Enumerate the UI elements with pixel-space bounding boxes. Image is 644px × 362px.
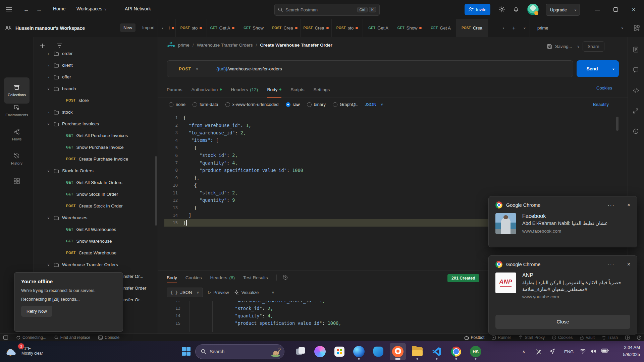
chevron-icon[interactable]: ›	[46, 110, 51, 114]
chevron-icon[interactable]: ∨	[46, 216, 51, 220]
chevron-icon[interactable]: ∨	[46, 262, 51, 267]
body-language-select[interactable]: JSON∨	[365, 102, 383, 107]
breadcrumb-collection[interactable]: prime	[178, 43, 190, 48]
tree-item[interactable]: GET Show Stock In Order	[34, 188, 158, 200]
chevron-icon[interactable]: ∨	[46, 122, 51, 126]
tree-item[interactable]: POST Create Purchase Invoice	[34, 153, 158, 165]
body-mode-radio[interactable]: none	[169, 102, 185, 107]
response-history-icon[interactable]	[283, 275, 288, 280]
postman-app-icon[interactable]	[390, 343, 406, 360]
chrome-notification-facebook[interactable]: Google Chrome ··· × Facebook Abd El-Rahm…	[488, 196, 637, 247]
chevron-down-icon[interactable]: ∨	[577, 45, 580, 48]
body-mode-radio[interactable]: GraphQL	[333, 102, 358, 107]
nav-home[interactable]: Home	[53, 6, 65, 11]
notification-close-icon[interactable]: ×	[627, 261, 630, 267]
invite-button[interactable]: Invite	[465, 4, 490, 15]
tree-item[interactable]: GET Show Warehouse	[34, 235, 158, 247]
chrome-app-icon[interactable]	[448, 343, 464, 360]
request-tab[interactable]: POST sto	[176, 19, 207, 37]
editor-scrollbar[interactable]	[616, 117, 619, 131]
code-snippet-icon[interactable]	[633, 88, 639, 93]
nav-api-network[interactable]: API Network	[125, 6, 151, 11]
vault-button[interactable]: Vault	[580, 335, 594, 340]
tree-item[interactable]: ∨ Purchase Invoices	[34, 118, 158, 130]
preview-button[interactable]: ▷Preview	[208, 290, 229, 295]
new-tab-button[interactable]: +	[508, 19, 520, 37]
tabs-scroll-left-icon[interactable]: ‹	[158, 19, 167, 37]
response-tab[interactable]: Test Results	[243, 275, 268, 280]
request-section-tab[interactable]: Authorization	[192, 84, 222, 95]
sidebar-item-history[interactable]: History	[0, 153, 34, 165]
method-select[interactable]: POST∨	[167, 61, 210, 77]
share-button[interactable]: Share	[583, 41, 604, 52]
tray-pen-icon[interactable]	[536, 349, 542, 355]
task-view-button[interactable]	[292, 343, 309, 360]
tree-item[interactable]: GET Get All Stock In Orders	[34, 177, 158, 188]
copilot-app-icon[interactable]	[312, 343, 328, 360]
sidebar-scrollbar[interactable]	[155, 156, 157, 226]
tray-volume-icon[interactable]	[590, 349, 596, 354]
chevron-down-icon[interactable]: ∨	[571, 8, 580, 12]
send-options-chevron-icon[interactable]: ∨	[608, 67, 619, 71]
body-mode-radio[interactable]: form-data	[193, 102, 218, 107]
tree-item[interactable]: GET Get All Warehouses	[34, 224, 158, 235]
tab-options-chevron-icon[interactable]: ∨	[520, 19, 530, 37]
window-minimize-button[interactable]: —	[590, 0, 605, 19]
chevron-icon[interactable]: ∨	[46, 86, 51, 91]
tree-item[interactable]: POST Create Stock In Order	[34, 200, 158, 212]
notification-more-icon[interactable]: ···	[608, 261, 615, 267]
chevron-icon[interactable]: ›	[46, 63, 51, 67]
help-icon[interactable]	[637, 336, 641, 340]
tree-item[interactable]: GET Get All Purchase Invoices	[34, 130, 158, 141]
request-tab[interactable]: GET Show	[394, 19, 425, 37]
nav-workspaces[interactable]: Workspaces∨	[76, 6, 107, 11]
filter-icon[interactable]	[56, 43, 62, 48]
body-mode-radio[interactable]: x-www-form-urlencoded	[225, 102, 279, 107]
new-button[interactable]: New	[120, 23, 136, 32]
taskbar-clock[interactable]: 2:04 AM 5/8/2025	[611, 344, 640, 358]
request-tab[interactable]: POST Crea	[301, 19, 332, 37]
console-button[interactable]: Console	[98, 335, 119, 340]
response-format-select[interactable]: { }JSON∨	[167, 288, 203, 297]
request-section-tab[interactable]: Params	[167, 84, 182, 95]
request-tab[interactable]: GET Get A	[207, 19, 238, 37]
sidebar-item-collections[interactable]: Collections	[4, 77, 30, 104]
breadcrumb-folder[interactable]: Warehouse Transfer Orders	[197, 43, 253, 48]
menu-icon[interactable]	[6, 7, 12, 12]
response-tab[interactable]: Cookies	[185, 275, 202, 280]
body-mode-radio[interactable]: binary	[307, 102, 326, 107]
capture-requests-icon[interactable]	[633, 108, 638, 114]
hs-app-icon[interactable]: HS	[468, 343, 484, 360]
chevron-down-icon[interactable]: ∨	[272, 291, 274, 294]
workspace-title[interactable]: Hussein mansour's Workspace	[15, 25, 85, 31]
cookies-link[interactable]: Cookies	[596, 85, 612, 90]
request-tab[interactable]: POST Crea	[269, 19, 301, 37]
tree-item[interactable]: ∨ branch	[34, 83, 158, 95]
sidebar-item-environments[interactable]: Environments	[0, 104, 34, 117]
search-input[interactable]: Search Postman CtrlK	[274, 4, 380, 16]
chevron-icon[interactable]: ∨	[46, 169, 51, 173]
notification-more-icon[interactable]: ···	[608, 202, 615, 208]
runner-button[interactable]: Runner	[492, 335, 511, 340]
request-tab[interactable]: POST Crea	[457, 19, 488, 37]
notification-close-icon[interactable]: ×	[627, 202, 630, 208]
request-section-tab[interactable]: Headers (12)	[231, 84, 258, 95]
weather-widget[interactable]: 3 71°FMostly clear	[5, 344, 43, 357]
tree-item[interactable]: ∨ Warehouse Transfer Orders	[34, 259, 158, 270]
request-tab[interactable]: GET Show	[238, 19, 269, 37]
request-section-tab[interactable]: Body	[267, 84, 281, 95]
request-tab[interactable]: GET Get A	[425, 19, 457, 37]
tray-language-indicator[interactable]: ENG	[564, 341, 574, 362]
response-tab[interactable]: Body	[167, 275, 177, 280]
tray-hidden-icons-chevron[interactable]: ∧	[522, 341, 525, 362]
beautify-link[interactable]: Beautify	[593, 102, 609, 107]
tree-item[interactable]: ∨ Stock In Orders	[34, 165, 158, 177]
tabs-scroll-right-icon[interactable]: ›	[499, 19, 508, 37]
tray-location-icon[interactable]	[549, 349, 555, 354]
find-and-replace-button[interactable]: Find and replace	[54, 335, 90, 340]
search-highlight-animal-icon[interactable]	[270, 346, 281, 357]
visualize-button[interactable]: Visualize	[234, 290, 259, 295]
comments-icon[interactable]	[633, 67, 639, 73]
file-explorer-app-icon[interactable]	[409, 343, 425, 360]
url-input[interactable]: {{url}}/warehouse-transfer-orders	[210, 66, 282, 71]
